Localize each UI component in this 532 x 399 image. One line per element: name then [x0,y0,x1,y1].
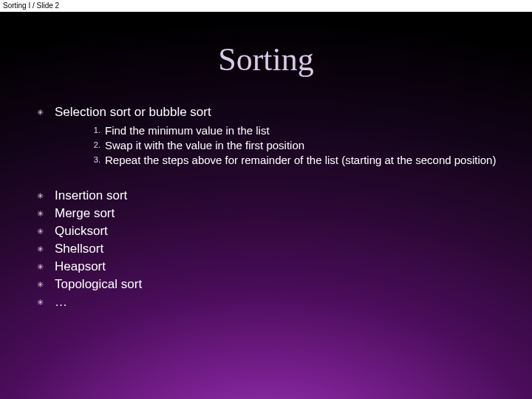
bullet-item: ✳ Topological sort [37,276,510,293]
asterisk-icon: ✳ [37,259,55,275]
slide-content: ✳ Selection sort or bubble sort 1. Find … [0,104,532,310]
bullet-label: Topological sort [55,276,142,293]
bullet-label: Shellsort [55,241,103,257]
step-item: 3. Repeat the steps above for remainder … [89,153,510,167]
asterisk-icon: ✳ [37,104,55,120]
asterisk-icon: ✳ [37,241,55,257]
bullet-label: Heapsort [55,259,106,275]
step-number: 3. [89,153,105,167]
bullet-label: Merge sort [55,205,115,222]
numbered-steps: 1. Find the minimum value in the list 2.… [89,123,510,167]
bullet-label: Selection sort or bubble sort [55,104,211,120]
bullet-label: … [55,294,67,310]
step-number: 2. [89,138,105,152]
bullet-label: Quicksort [55,223,108,239]
asterisk-icon: ✳ [37,223,55,239]
bullet-item: ✳ … [37,294,510,310]
step-text: Swap it with the value in the first posi… [105,138,304,152]
bullet-item: ✳ Shellsort [37,241,510,257]
header-text: Sorting I / Slide 2 [3,1,59,10]
bullet-item: ✳ Insertion sort [37,188,510,204]
step-item: 2. Swap it with the value in the first p… [89,138,510,152]
bullet-item: ✳ Quicksort [37,223,510,239]
bullet-item: ✳ Selection sort or bubble sort [37,104,510,120]
bullet-item: ✳ Merge sort [37,205,510,222]
asterisk-icon: ✳ [37,188,55,204]
step-item: 1. Find the minimum value in the list [89,123,510,137]
step-text: Repeat the steps above for remainder of … [105,153,496,167]
step-text: Find the minimum value in the list [105,123,270,137]
bullet-label: Insertion sort [55,188,127,204]
step-number: 1. [89,123,105,137]
asterisk-icon: ✳ [37,294,55,310]
asterisk-icon: ✳ [37,205,55,222]
slide-title: Sorting [0,41,532,78]
slide-header: Sorting I / Slide 2 [0,0,532,12]
asterisk-icon: ✳ [37,276,55,293]
bullet-item: ✳ Heapsort [37,259,510,275]
